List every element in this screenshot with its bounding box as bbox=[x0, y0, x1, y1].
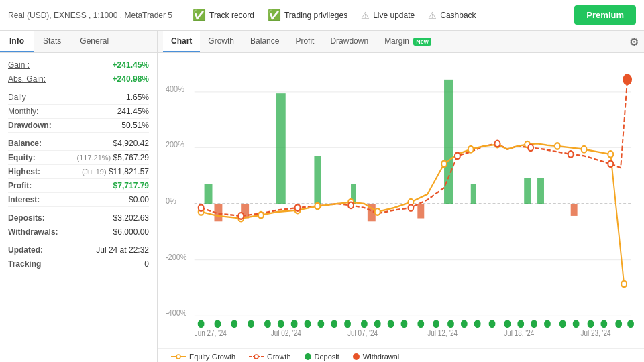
tab-stats[interactable]: Stats bbox=[34, 31, 70, 52]
svg-point-67 bbox=[344, 320, 351, 328]
legend-deposit-label: Deposit bbox=[315, 353, 339, 361]
svg-point-85 bbox=[600, 320, 607, 328]
svg-point-45 bbox=[621, 281, 627, 288]
svg-text:-400%: -400% bbox=[166, 308, 187, 318]
tab-growth[interactable]: Growth bbox=[200, 31, 242, 52]
svg-point-51 bbox=[455, 153, 460, 160]
tab-margin[interactable]: Margin New bbox=[376, 31, 439, 52]
broker-link[interactable]: EXNESS bbox=[54, 11, 87, 20]
interest-label: Interest: bbox=[8, 195, 40, 204]
svg-point-56 bbox=[623, 75, 631, 84]
tab-info[interactable]: Info bbox=[0, 31, 34, 52]
track-record-label: Track record bbox=[209, 11, 254, 20]
main-content: Info Stats General Gain : +241.45% Abs. … bbox=[0, 31, 644, 362]
withdrawals-label: Withdrawals: bbox=[8, 227, 58, 237]
info-row-equity: Equity: (117.21%) $5,767.29 bbox=[8, 151, 149, 165]
svg-point-48 bbox=[295, 204, 301, 211]
svg-text:400%: 400% bbox=[166, 84, 184, 94]
legend-deposit: Deposit bbox=[305, 353, 339, 361]
svg-point-53 bbox=[528, 145, 533, 152]
svg-point-80 bbox=[531, 320, 537, 328]
svg-point-50 bbox=[408, 204, 413, 211]
withdrawal-dot bbox=[353, 353, 360, 360]
gain-value: +241.45% bbox=[113, 60, 149, 70]
drawdown-value: 50.51% bbox=[121, 121, 149, 130]
svg-point-60 bbox=[248, 320, 254, 328]
tab-chart[interactable]: Chart bbox=[163, 31, 200, 52]
highest-label: Highest: bbox=[8, 167, 40, 176]
svg-point-36 bbox=[375, 208, 380, 215]
svg-point-70 bbox=[388, 320, 394, 328]
info-row-drawdown: Drawdown: 50.51% bbox=[8, 119, 149, 133]
trading-privileges-badge: ✅ Trading privileges bbox=[268, 9, 347, 21]
legend-growth: Growth bbox=[249, 353, 290, 361]
svg-point-76 bbox=[474, 320, 481, 328]
premium-button[interactable]: Premium bbox=[574, 5, 636, 25]
svg-text:-200%: -200% bbox=[166, 252, 187, 262]
filter-icon[interactable]: ⚙ bbox=[629, 36, 639, 48]
svg-point-68 bbox=[361, 320, 368, 328]
tab-general[interactable]: General bbox=[70, 31, 118, 52]
right-tabs: Chart Growth Balance Profit Drawdown Mar… bbox=[158, 31, 644, 53]
info-row-abs-gain: Abs. Gain: +240.98% bbox=[8, 72, 149, 86]
interest-value: $0.00 bbox=[129, 195, 149, 204]
svg-point-82 bbox=[559, 320, 566, 328]
svg-point-44 bbox=[608, 151, 613, 158]
info-row-balance: Balance: $4,920.42 bbox=[8, 137, 149, 151]
info-row-profit: Profit: $7,717.79 bbox=[8, 179, 149, 193]
svg-text:Jul 18, '24: Jul 18, '24 bbox=[504, 328, 534, 337]
svg-point-54 bbox=[568, 151, 574, 158]
svg-point-75 bbox=[461, 320, 468, 328]
account-title: Real (USD), EXNESS , 1:1000 , MetaTrader… bbox=[8, 11, 172, 20]
svg-point-62 bbox=[278, 320, 284, 328]
svg-point-87 bbox=[627, 320, 634, 328]
deposit-dot bbox=[305, 353, 311, 360]
tab-drawdown[interactable]: Drawdown bbox=[322, 31, 376, 52]
right-panel: Chart Growth Balance Profit Drawdown Mar… bbox=[158, 31, 644, 362]
svg-rect-22 bbox=[471, 184, 476, 204]
svg-point-55 bbox=[608, 161, 613, 168]
chart-svg: 400% 200% 0% -200% -400% Jun 27, '24 Jul… bbox=[164, 60, 637, 348]
chart-area: 400% 200% 0% -200% -400% Jun 27, '24 Jul… bbox=[158, 53, 644, 348]
svg-point-34 bbox=[315, 203, 320, 210]
tab-balance[interactable]: Balance bbox=[242, 31, 287, 52]
monthly-value: 241.45% bbox=[117, 107, 149, 116]
svg-point-79 bbox=[517, 320, 524, 328]
updated-value: Jul 24 at 22:32 bbox=[96, 245, 149, 255]
check-icon: ✅ bbox=[193, 9, 206, 21]
svg-point-91 bbox=[254, 355, 258, 359]
svg-point-57 bbox=[198, 320, 205, 328]
tab-profit[interactable]: Profit bbox=[287, 31, 322, 52]
svg-rect-19 bbox=[314, 156, 321, 204]
updated-label: Updated: bbox=[8, 245, 43, 255]
svg-rect-23 bbox=[524, 178, 531, 204]
info-row-daily: Daily 1.65% bbox=[8, 90, 149, 105]
svg-rect-17 bbox=[205, 184, 213, 204]
tracking-value: 0 bbox=[144, 259, 149, 269]
warn-icon-2: ⚠ bbox=[428, 10, 437, 21]
new-badge: New bbox=[413, 38, 431, 46]
legend-withdrawal-label: Withdrawal bbox=[363, 353, 399, 361]
profit-value: $7,717.79 bbox=[113, 181, 149, 190]
svg-point-46 bbox=[199, 204, 204, 211]
svg-point-43 bbox=[582, 146, 587, 153]
svg-point-77 bbox=[489, 320, 496, 328]
info-content: Gain : +241.45% Abs. Gain: +240.98% Dail… bbox=[0, 53, 157, 362]
equity-value: (117.21%) $5,767.29 bbox=[77, 153, 149, 162]
highest-value: (Jul 19) $11,821.57 bbox=[82, 167, 149, 176]
svg-text:Jun 27, '24: Jun 27, '24 bbox=[195, 328, 227, 337]
svg-point-59 bbox=[231, 320, 237, 328]
svg-text:Jul 02, '24: Jul 02, '24 bbox=[271, 328, 301, 337]
cashback-label: Cashback bbox=[440, 11, 476, 20]
svg-point-61 bbox=[264, 320, 271, 328]
svg-point-42 bbox=[555, 143, 560, 149]
track-record-badge: ✅ Track record bbox=[193, 9, 254, 21]
svg-point-74 bbox=[447, 320, 454, 328]
withdrawals-value: $6,000.00 bbox=[113, 227, 149, 237]
info-row-deposits: Deposits: $3,202.63 bbox=[8, 211, 149, 225]
info-row-updated: Updated: Jul 24 at 22:32 bbox=[8, 243, 149, 257]
left-tabs: Info Stats General bbox=[0, 31, 157, 53]
svg-point-83 bbox=[573, 320, 580, 328]
svg-rect-24 bbox=[537, 178, 544, 204]
deposits-value: $3,202.63 bbox=[113, 213, 149, 223]
